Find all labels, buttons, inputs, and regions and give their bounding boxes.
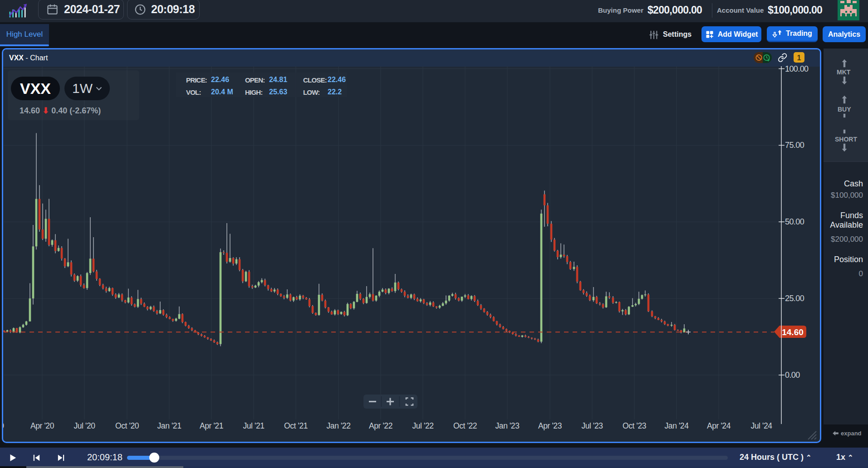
svg-text:Oct '20: Oct '20 [115, 421, 139, 430]
svg-text:Apr '23: Apr '23 [538, 421, 562, 430]
svg-text:Jan '24: Jan '24 [664, 421, 689, 430]
svg-text:Jan '22: Jan '22 [326, 421, 350, 430]
svg-text:75.00: 75.00 [785, 141, 804, 150]
svg-text:Oct '22: Oct '22 [453, 421, 477, 430]
svg-text:Apr '20: Apr '20 [30, 421, 54, 430]
svg-text:Jul '20: Jul '20 [74, 421, 95, 430]
svg-text:0.00: 0.00 [785, 370, 800, 380]
svg-text:Jul '23: Jul '23 [581, 421, 603, 430]
svg-text:Apr '22: Apr '22 [369, 421, 392, 430]
svg-text:0: 0 [3, 421, 4, 430]
svg-text:Apr '21: Apr '21 [200, 421, 223, 430]
svg-text:Apr '24: Apr '24 [707, 421, 731, 430]
svg-text:Jul '24: Jul '24 [750, 421, 772, 430]
svg-text:Jan '23: Jan '23 [495, 421, 519, 430]
svg-text:Jul '21: Jul '21 [243, 421, 264, 430]
svg-text:1: 1 [797, 54, 801, 62]
svg-text:14.60: 14.60 [782, 327, 804, 337]
svg-text:50.00: 50.00 [785, 217, 804, 226]
svg-text:100.00: 100.00 [785, 65, 809, 73]
svg-text:Jul '22: Jul '22 [412, 421, 433, 430]
svg-text:Oct '21: Oct '21 [284, 421, 308, 430]
svg-text:Oct '23: Oct '23 [623, 421, 646, 430]
svg-text:Jan '21: Jan '21 [157, 421, 181, 430]
svg-text:25.00: 25.00 [785, 294, 804, 303]
